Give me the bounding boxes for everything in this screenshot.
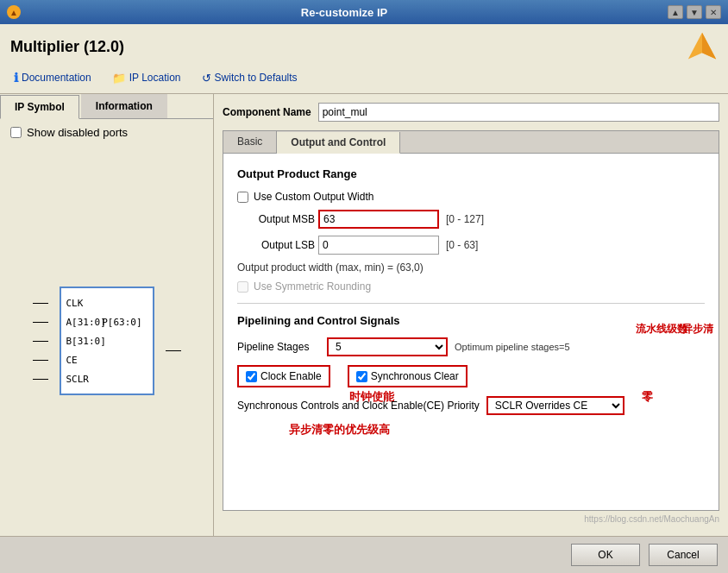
- priority-row: Synchronous Controls and Clock Enable(CE…: [237, 396, 705, 415]
- component-name-row: Component Name: [223, 103, 719, 122]
- pin-sclr-label: SCLR: [61, 374, 95, 385]
- app-title: Multiplier (12.0): [10, 38, 124, 56]
- output-msb-row: Output MSB [0 - 127] 输出位宽: [237, 210, 705, 229]
- clock-enable-wrapper: Clock Enable: [237, 365, 330, 387]
- switch-to-defaults-label: Switch to Defaults: [215, 72, 298, 84]
- pipeline-stages-row: Pipeline Stages 1 2 3 4 5 6 7 8 Optimum …: [237, 337, 705, 356]
- controls-row: Clock Enable 时钟使能 Synchronous Clear 零: [237, 365, 705, 387]
- output-lsb-input[interactable]: [318, 236, 439, 255]
- main-window: Multiplier (12.0) ℹ Documentation 📁 IP L…: [0, 24, 728, 573]
- section-divider: [237, 303, 705, 304]
- pin-b-label: B[31:0]: [61, 336, 111, 347]
- clock-enable-label: Clock Enable: [260, 370, 322, 382]
- symmetric-rounding-checkbox[interactable]: [237, 281, 248, 293]
- output-lsb-row: Output LSB [0 - 63]: [237, 236, 705, 255]
- toolbar: ℹ Documentation 📁 IP Location ↺ Switch t…: [0, 66, 728, 94]
- tab-basic[interactable]: Basic: [223, 131, 277, 153]
- sync-clear-wrapper: Synchronous Clear: [348, 365, 468, 387]
- pipeline-info: Optimum pipeline stages=5: [455, 342, 570, 352]
- minimize-button[interactable]: ▲: [668, 5, 683, 19]
- folder-icon: 📁: [112, 72, 126, 85]
- ip-location-label: IP Location: [129, 72, 181, 84]
- sclr-wire-left: [33, 379, 48, 380]
- output-msb-label: Output MSB: [237, 213, 315, 225]
- b-wire-left: [33, 341, 48, 342]
- switch-to-defaults-button[interactable]: ↺ Switch to Defaults: [198, 70, 301, 86]
- symbol-container: CLK A[31:0] P[63:0] B[31:0] CE: [21, 286, 193, 395]
- title-bar-controls: ▲ ▼ ✕: [668, 5, 721, 19]
- symbol-area: CLK A[31:0] P[63:0] B[31:0] CE: [0, 146, 213, 536]
- output-lsb-label: Output LSB: [237, 239, 315, 251]
- config-tabs: Basic Output and Control: [223, 130, 719, 153]
- right-panel: Component Name Basic Output and Control …: [214, 94, 728, 536]
- pin-p-label: P[63:0]: [97, 317, 147, 328]
- app-icon: ▲: [7, 5, 21, 19]
- pin-clk-label: CLK: [61, 298, 89, 309]
- maximize-button[interactable]: ▼: [687, 5, 702, 19]
- annotation-async-clear: 异步清: [682, 322, 713, 337]
- left-tab-bar: IP Symbol Information: [0, 94, 213, 119]
- close-button[interactable]: ✕: [706, 5, 721, 19]
- ok-button[interactable]: OK: [571, 544, 640, 566]
- pin-a: A[31:0] P[63:0]: [61, 312, 153, 331]
- pin-b: B[31:0]: [61, 331, 153, 350]
- pipeline-stages-select[interactable]: 1 2 3 4 5 6 7 8: [327, 337, 448, 356]
- pipeline-stages-label: Pipeline Stages: [237, 341, 323, 353]
- vivado-logo: [687, 31, 718, 62]
- pin-sclr: SCLR: [61, 369, 153, 388]
- component-name-label: Component Name: [223, 106, 311, 118]
- ce-wire-left: [33, 360, 48, 361]
- info-icon: ℹ: [14, 71, 18, 85]
- annotation-pipeline-count: 流水线级数: [636, 322, 687, 337]
- annotation-priority-high: 异步清零的优先级高: [289, 422, 390, 438]
- output-msb-range: [0 - 127]: [446, 213, 484, 225]
- pin-clk: CLK: [61, 293, 153, 312]
- clk-wire-left: [33, 303, 48, 304]
- output-range-title: Output Product Range: [237, 167, 705, 180]
- use-custom-width-row: Use Custom Output Width: [237, 191, 705, 203]
- tab-ip-symbol[interactable]: IP Symbol: [0, 95, 79, 119]
- left-panel: IP Symbol Information Show disabled port…: [0, 94, 214, 536]
- ip-location-button[interactable]: 📁 IP Location: [109, 70, 185, 86]
- pin-ce-label: CE: [61, 355, 83, 366]
- app-title-bar: Multiplier (12.0): [0, 24, 728, 66]
- show-ports-row: Show disabled ports: [0, 119, 213, 146]
- title-bar-title: Re-customize IP: [21, 6, 668, 19]
- symmetric-rounding-label: Use Symmetric Rounding: [254, 280, 371, 293]
- priority-select[interactable]: SCLR Overrides CE CE Overrides SCLR: [486, 396, 624, 415]
- output-lsb-range: [0 - 63]: [446, 239, 478, 251]
- pipelining-title: Pipelining and Control Signals: [237, 314, 705, 327]
- sync-clear-checkbox[interactable]: [356, 371, 367, 382]
- show-disabled-ports-checkbox[interactable]: [10, 127, 22, 138]
- p-wire-right: [166, 350, 181, 351]
- use-custom-width-checkbox[interactable]: [237, 192, 248, 203]
- clock-enable-checkbox[interactable]: [246, 371, 257, 382]
- component-name-input[interactable]: [318, 103, 719, 122]
- config-content: Output Product Range Use Custom Output W…: [223, 153, 719, 511]
- show-disabled-ports-label: Show disabled ports: [27, 126, 128, 139]
- output-msb-input[interactable]: [318, 210, 439, 229]
- use-custom-width-label: Use Custom Output Width: [254, 191, 373, 203]
- symmetric-rounding-row: Use Symmetric Rounding: [237, 280, 705, 293]
- watermark: https://blog.csdn.net/MaochuangAn: [223, 511, 719, 527]
- priority-label: Synchronous Controls and Clock Enable(CE…: [237, 400, 480, 412]
- tab-output-control[interactable]: Output and Control: [277, 132, 400, 154]
- refresh-icon: ↺: [202, 72, 211, 85]
- bottom-bar: OK Cancel: [0, 536, 728, 573]
- pipelining-section: Pipelining and Control Signals Pipeline …: [237, 314, 705, 415]
- content-area: IP Symbol Information Show disabled port…: [0, 94, 728, 536]
- a-wire-left: [33, 322, 48, 323]
- title-bar: ▲ Re-customize IP ▲ ▼ ✕: [0, 0, 728, 24]
- width-info: Output product width (max, min) = (63,0): [237, 261, 705, 274]
- svg-marker-1: [702, 33, 716, 60]
- cancel-button[interactable]: Cancel: [649, 544, 718, 566]
- sync-clear-label: Synchronous Clear: [371, 370, 459, 382]
- tab-information[interactable]: Information: [81, 94, 167, 118]
- documentation-label: Documentation: [22, 72, 91, 84]
- pin-ce: CE: [61, 350, 153, 369]
- ip-symbol-box: CLK A[31:0] P[63:0] B[31:0] CE: [60, 286, 154, 395]
- documentation-button[interactable]: ℹ Documentation: [10, 69, 95, 86]
